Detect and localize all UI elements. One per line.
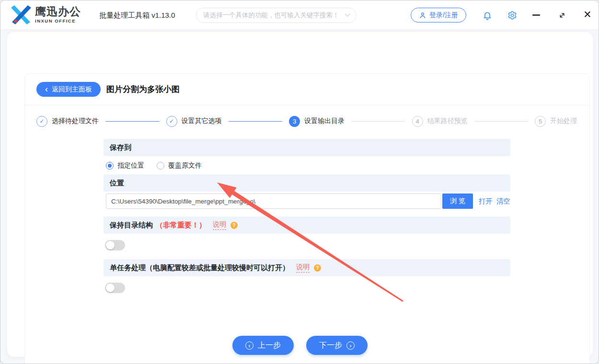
radio-dot-icon	[157, 162, 164, 170]
function-search-select[interactable]: 请选择一个具体的功能，也可输入关键字搜索！	[196, 8, 357, 23]
step-5-label: 开始处理	[550, 117, 577, 125]
step-2-check-icon: ✓	[166, 116, 177, 127]
location-title: 位置	[110, 179, 124, 188]
wizard-footer: ‹ 上一步 下一步 ›	[0, 336, 599, 355]
location-section-header: 位置	[104, 174, 510, 192]
logo-text-en: INXUN OFFICE	[35, 19, 81, 23]
step-1-check-icon: ✓	[36, 116, 47, 127]
step-indicator: ✓ 选择待处理文件 ✓ 设置其它选项 3 设置输出目录 4 结果路径预览	[36, 114, 577, 128]
question-mark-icon[interactable]: ?	[314, 264, 321, 272]
logo-text-cn: 鹰迅办公	[35, 6, 81, 17]
notification-bell-icon[interactable]	[483, 11, 492, 20]
output-path-input[interactable]	[106, 193, 441, 209]
step-4-number: 4	[412, 116, 423, 127]
single-task-help-link[interactable]: 说明	[296, 263, 310, 273]
keep-structure-toggle[interactable]	[105, 240, 125, 250]
app-title: 批量处理工具箱 v1.13.0	[99, 11, 175, 20]
question-mark-icon[interactable]: ?	[230, 222, 238, 229]
output-path-row: 浏览 打开 清空	[106, 193, 510, 209]
title-bar: 鹰迅办公 INXUN OFFICE 批量处理工具箱 v1.13.0 请选择一个具…	[0, 0, 599, 30]
login-register-button[interactable]: 登录/注册	[411, 8, 466, 23]
previous-step-label: 上一步	[258, 341, 281, 351]
resize-button[interactable]	[557, 11, 567, 20]
next-step-label: 下一步	[319, 341, 342, 351]
toggle-knob	[106, 284, 115, 292]
page-title: 图片分割为多张小图	[106, 84, 180, 95]
wizard-panel: ‹ 返回到主面板 图片分割为多张小图 ✓ 选择待处理文件 ✓ 设置其它选项 3	[24, 73, 590, 364]
open-folder-link[interactable]: 打开	[479, 197, 493, 206]
keep-structure-section-header: 保持目录结构 （非常重要！） 说明 ?	[104, 216, 510, 234]
next-step-button[interactable]: 下一步 ›	[306, 336, 368, 355]
clear-path-link[interactable]: 清空	[496, 197, 510, 206]
step-5: 5 开始处理	[535, 116, 577, 127]
browse-button[interactable]: 浏览	[442, 193, 473, 209]
app-window: 鹰迅办公 INXUN OFFICE 批量处理工具箱 v1.13.0 请选择一个具…	[0, 0, 599, 364]
radio-specified-label: 指定位置	[117, 161, 144, 170]
save-to-title: 保存到	[110, 143, 131, 152]
settings-gear-icon[interactable]	[507, 11, 517, 20]
step-connector	[229, 121, 283, 122]
step-5-number: 5	[535, 116, 546, 127]
arrow-right-circle-icon: ›	[346, 341, 355, 350]
save-to-section-header: 保存到	[104, 139, 510, 156]
step-4: 4 结果路径预览	[412, 116, 468, 127]
step-connector	[105, 121, 160, 122]
radio-overwrite-label: 覆盖原文件	[168, 161, 202, 170]
step-connector	[351, 121, 405, 122]
app-logo: 鹰迅办公 INXUN OFFICE	[10, 5, 81, 24]
step-2-label: 设置其它选项	[182, 117, 222, 125]
minimize-button[interactable]	[532, 14, 540, 16]
keep-structure-help-link[interactable]: 说明	[213, 220, 226, 230]
previous-step-button[interactable]: ‹ 上一步	[232, 336, 294, 355]
wizard-header: ‹ 返回到主面板 图片分割为多张小图	[25, 74, 589, 105]
single-task-section-header: 单任务处理（电脑配置较差或批量处理较慢时可以打开） 说明 ?	[104, 259, 510, 276]
user-icon	[419, 11, 426, 19]
step-3: 3 设置输出目录	[289, 116, 345, 127]
keep-structure-title: 保持目录结构	[110, 221, 153, 230]
step-4-label: 结果路径预览	[427, 117, 468, 125]
content-card: ‹ 返回到主面板 图片分割为多张小图 ✓ 选择待处理文件 ✓ 设置其它选项 3	[7, 32, 593, 357]
radio-specified-location[interactable]: 指定位置	[106, 161, 144, 170]
logo-x-icon	[10, 5, 32, 24]
step-2: ✓ 设置其它选项	[166, 116, 222, 127]
step-3-label: 设置输出目录	[304, 117, 345, 125]
chevron-left-icon: ‹	[45, 86, 48, 92]
back-button-label: 返回到主面板	[52, 85, 92, 94]
close-button[interactable]: ×	[582, 7, 593, 22]
single-task-title: 单任务处理（电脑配置较差或批量处理较慢时可以打开）	[110, 263, 289, 273]
step-connector	[474, 121, 529, 122]
login-label: 登录/注册	[429, 11, 458, 20]
single-task-toggle[interactable]	[105, 283, 125, 293]
step-1-label: 选择待处理文件	[52, 117, 99, 125]
radio-dot-icon	[106, 162, 114, 170]
toggle-knob	[106, 241, 115, 250]
arrow-left-circle-icon: ‹	[245, 341, 253, 350]
chevron-down-icon	[345, 11, 350, 17]
back-to-dashboard-button[interactable]: ‹ 返回到主面板	[36, 82, 101, 97]
search-placeholder: 请选择一个具体的功能，也可输入关键字搜索！	[203, 11, 346, 20]
step-3-number: 3	[289, 116, 300, 127]
save-to-options: 指定位置 覆盖原文件	[104, 156, 510, 174]
keep-structure-important-note: （非常重要！）	[156, 221, 206, 230]
output-settings-form: 保存到 指定位置 覆盖原文件 位置 浏览	[104, 139, 510, 293]
step-1: ✓ 选择待处理文件	[36, 116, 99, 127]
radio-overwrite-original[interactable]: 覆盖原文件	[157, 161, 202, 170]
